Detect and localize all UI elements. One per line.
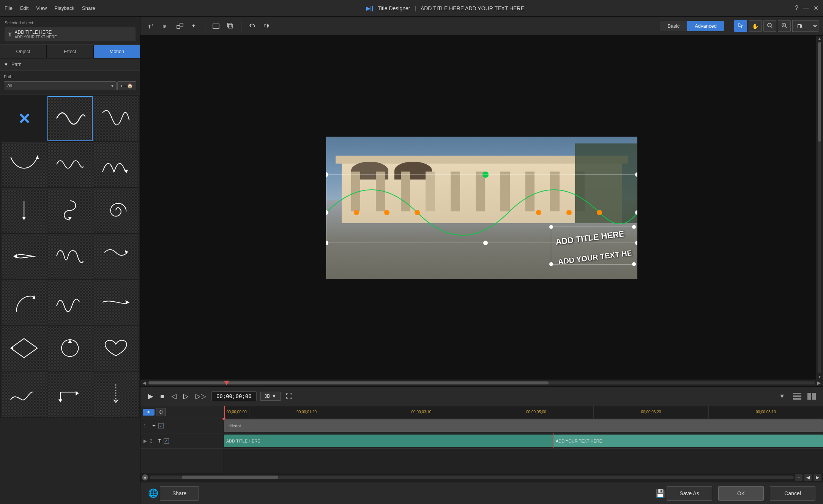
move-tool-button[interactable]: ⊕ (159, 21, 172, 32)
selected-object-item[interactable]: T ADD TITLE HERE ADD YOUR TEXT HERE (5, 27, 136, 41)
path-section-header[interactable]: ▼ Path (0, 58, 140, 71)
timeline-eye-button[interactable]: 👁 (143, 409, 155, 416)
path-item-rect-arrow[interactable] (47, 372, 93, 417)
rotate-tool-icon: ✦ (191, 22, 198, 30)
path-item-s-wave[interactable] (93, 234, 139, 279)
screen-tool-button[interactable] (210, 21, 222, 32)
svg-rect-55 (812, 393, 816, 400)
track-checkbox-1[interactable] (158, 423, 164, 428)
timeline-next-button[interactable]: ▶ (814, 474, 821, 481)
next-frame-button[interactable]: ▷ (182, 391, 190, 402)
menu-file[interactable]: File (5, 5, 13, 11)
timeline-icon-2[interactable] (806, 391, 817, 402)
track-clip-2a[interactable]: ADD TITLE HERE (224, 435, 553, 447)
help-button[interactable]: ? (795, 5, 798, 12)
path-item-arrow-left[interactable] (2, 234, 47, 279)
scale-tool-button[interactable] (174, 21, 186, 32)
text-tool-button[interactable]: T ↑ (145, 21, 157, 32)
timeline-prev-button[interactable]: ◀ (804, 474, 812, 481)
timeline-icon-1[interactable] (792, 391, 803, 402)
menu-share[interactable]: Share (82, 5, 95, 11)
tab-object[interactable]: Object (0, 45, 47, 58)
zoom-select[interactable]: Fit 50% 100% 200% (792, 20, 818, 32)
prev-frame-button[interactable]: ◁ (170, 391, 178, 402)
path-item-curve-right[interactable] (2, 280, 47, 325)
track-expand-2[interactable]: ▶ (143, 438, 147, 444)
track-checkbox-2[interactable] (164, 438, 169, 444)
close-button[interactable]: ✕ (814, 5, 818, 12)
advanced-mode-button[interactable]: Advanced (687, 21, 724, 31)
timeline-scroll-track[interactable] (150, 476, 794, 479)
3d-mode-button[interactable]: 3D ▼ (260, 392, 281, 401)
cancel-button[interactable]: Cancel (770, 486, 815, 501)
hscroll-track[interactable] (148, 381, 815, 384)
tab-motion[interactable]: Motion (94, 45, 140, 58)
path-item-dotted[interactable] (93, 372, 139, 417)
timeline-circle-button[interactable]: ● (142, 474, 148, 480)
path-item-no-path[interactable]: ✕ (2, 96, 47, 141)
fast-forward-button[interactable]: ▷▷ (194, 391, 208, 402)
path-item-vertical[interactable] (2, 188, 47, 233)
path-item-arrow-long[interactable] (93, 280, 139, 325)
path-dropdown[interactable]: All None Custom (4, 81, 117, 90)
preview-vscroll[interactable]: ▲ ▼ (816, 36, 823, 380)
menu-view[interactable]: View (36, 5, 47, 11)
scale-tool-icon (176, 22, 184, 30)
rotate-tool-button[interactable]: ✦ (188, 21, 200, 32)
path-item-zigzag[interactable] (93, 96, 139, 141)
path-item-squiggle2[interactable] (47, 280, 93, 325)
menu-edit[interactable]: Edit (20, 5, 28, 11)
svg-marker-6 (13, 254, 17, 258)
toolbar-sep-1 (205, 21, 205, 32)
ok-button[interactable]: OK (718, 486, 764, 501)
vscroll-track[interactable] (818, 42, 821, 373)
path-item-heart[interactable] (93, 326, 139, 371)
path-item-spiral[interactable] (93, 188, 139, 233)
hand-tool-button[interactable]: ✋ (749, 20, 762, 32)
path-item-circle[interactable] (47, 326, 93, 371)
track-num-1: 1. (143, 423, 150, 428)
path-item-arc[interactable] (2, 142, 47, 187)
timeline-clock-button[interactable]: ⏱ (156, 408, 166, 416)
path-item-wave3[interactable] (47, 234, 93, 279)
path-item-squiggle[interactable] (47, 142, 93, 187)
zoom-out-button[interactable] (763, 20, 776, 32)
svg-rect-52 (793, 395, 801, 397)
path-item-wave[interactable] (47, 96, 93, 141)
select-tool-button[interactable] (734, 20, 747, 32)
track-clip-1[interactable]: _titledot (224, 419, 823, 432)
track-clip-1-label: _titledot (226, 424, 241, 428)
hscroll-left-arrow[interactable]: ◀ (141, 380, 148, 386)
path-reset-button[interactable]: ⟵🏠 (117, 81, 136, 90)
vscroll-up-arrow[interactable]: ▲ (818, 36, 821, 41)
dotted-path-icon (101, 379, 131, 410)
hscroll-thumb (148, 381, 549, 384)
basic-mode-button[interactable]: Basic (660, 21, 687, 31)
timeline: 👁 ⏱ 00;00;00;00 00;00;01;20 00;00;03;10 … (140, 406, 823, 482)
minimize-button[interactable]: — (803, 5, 809, 12)
timeline-add-button[interactable]: + (795, 474, 803, 481)
vscroll-down-arrow[interactable]: ▼ (818, 375, 821, 379)
path-item-s-curve[interactable] (47, 188, 93, 233)
fullscreen-button[interactable]: ⛶ (284, 391, 294, 402)
stop-button[interactable]: ■ (159, 391, 166, 402)
path-grid: ✕ (0, 94, 140, 418)
hscroll-right-arrow[interactable]: ▶ (816, 380, 822, 386)
share-button[interactable]: Share (160, 486, 199, 501)
expand-timeline-button[interactable]: ▼ (776, 392, 788, 400)
svg-marker-10 (11, 339, 37, 358)
track-clip-2b[interactable]: ADD YOUR TEXT HERE (553, 435, 823, 447)
3d-label: 3D (265, 394, 270, 399)
redo-button[interactable] (260, 21, 273, 32)
save-as-button[interactable]: Save As (667, 486, 712, 501)
undo-button[interactable] (246, 21, 258, 32)
play-button[interactable]: ▶ (147, 391, 155, 402)
tab-effect[interactable]: Effect (47, 45, 93, 58)
zoom-in-button[interactable] (778, 20, 791, 32)
path-item-wave2[interactable] (93, 142, 139, 187)
duplicate-tool-button[interactable] (224, 21, 236, 32)
diamond-path-icon (9, 333, 39, 364)
menu-playback[interactable]: Playback (54, 5, 74, 11)
path-item-diamond[interactable] (2, 326, 47, 371)
path-item-wave4[interactable] (2, 372, 47, 417)
